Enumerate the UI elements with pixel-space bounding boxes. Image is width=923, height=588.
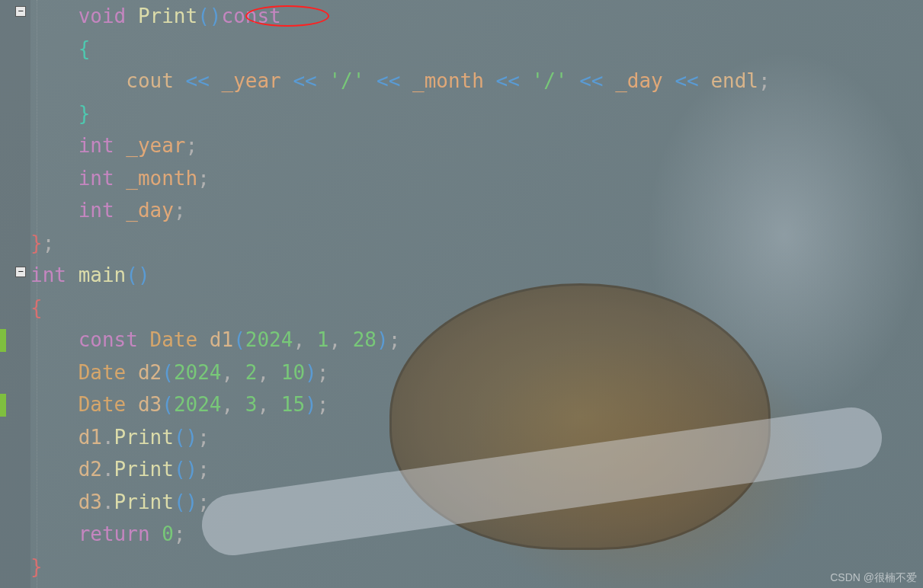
- code-token: ): [377, 328, 389, 351]
- code-token: (: [162, 393, 174, 416]
- code-token: int: [79, 134, 114, 157]
- code-token: [269, 361, 281, 384]
- code-token: 15: [281, 393, 305, 416]
- code-token: .: [102, 458, 114, 481]
- code-token: _day: [126, 199, 174, 222]
- code-token: (): [197, 5, 221, 27]
- code-token: main: [79, 264, 127, 286]
- code-token: <<: [186, 69, 210, 92]
- change-marker: [0, 394, 6, 417]
- code-line[interactable]: {: [30, 33, 923, 66]
- code-token: return: [79, 522, 150, 545]
- code-line[interactable]: cout << _year << '/' << _month << '/' <<…: [30, 65, 923, 97]
- code-token: _day: [615, 69, 663, 92]
- code-token: _month: [126, 167, 197, 190]
- code-line[interactable]: }: [30, 551, 923, 583]
- code-token: [663, 69, 675, 92]
- code-token: [233, 361, 245, 384]
- fold-toggle-icon[interactable]: −: [15, 6, 26, 17]
- code-token: [126, 393, 138, 416]
- code-editor[interactable]: void Print()const { cout << _year << '/'…: [30, 0, 923, 583]
- code-token: ,: [222, 361, 234, 384]
- code-token: (): [126, 264, 149, 286]
- code-line[interactable]: {: [30, 292, 923, 324]
- code-token: <<: [377, 69, 400, 92]
- code-token: [210, 69, 222, 92]
- code-token: }: [30, 555, 43, 578]
- watermark: CSDN @很楠不爱: [830, 571, 917, 585]
- code-token: 2: [245, 361, 258, 384]
- code-token: [30, 102, 79, 125]
- code-token: Date: [79, 393, 127, 416]
- code-token: (): [174, 458, 197, 481]
- code-token: ;: [174, 522, 186, 545]
- code-token: ;: [197, 167, 210, 190]
- code-token: [699, 69, 711, 92]
- code-token: [568, 69, 580, 92]
- code-token: [30, 426, 79, 449]
- code-token: [114, 199, 127, 222]
- code-token: _year: [126, 134, 185, 157]
- code-token: }: [79, 102, 91, 125]
- code-token: ;: [197, 426, 210, 449]
- code-token: (): [174, 426, 197, 449]
- code-token: [126, 5, 138, 27]
- code-line[interactable]: Date d3(2024, 3, 15);: [30, 388, 923, 421]
- code-token: Print: [138, 5, 197, 27]
- code-token: [520, 69, 532, 92]
- code-token: [30, 199, 79, 222]
- code-token: Print: [114, 426, 174, 449]
- code-token: [30, 522, 79, 545]
- code-token: ;: [317, 393, 329, 416]
- code-token: [126, 361, 138, 384]
- code-token: [66, 264, 79, 286]
- code-token: '/': [328, 69, 364, 92]
- code-token: 2024: [245, 328, 293, 351]
- code-token: int: [79, 167, 114, 190]
- code-token: [197, 328, 210, 351]
- code-token: _year: [221, 69, 280, 92]
- code-token: Date: [150, 328, 198, 351]
- code-line[interactable]: d2.Print();: [30, 453, 923, 486]
- code-line[interactable]: }: [30, 97, 923, 130]
- code-token: {: [30, 296, 43, 319]
- code-token: [30, 491, 79, 513]
- code-token: ;: [317, 361, 329, 384]
- code-token: <<: [579, 69, 603, 92]
- code-line[interactable]: d1.Print();: [30, 421, 923, 454]
- code-token: (): [174, 491, 197, 513]
- code-token: int: [30, 264, 66, 286]
- code-token: [341, 328, 353, 351]
- code-token: Date: [79, 361, 127, 384]
- code-token: }: [30, 232, 43, 254]
- code-line[interactable]: int _day;: [30, 194, 923, 227]
- code-token: [317, 69, 329, 92]
- code-line[interactable]: const Date d1(2024, 1, 28);: [30, 324, 923, 356]
- code-token: ;: [43, 232, 55, 254]
- code-token: [30, 5, 79, 27]
- code-line[interactable]: Date d2(2024, 2, 10);: [30, 356, 923, 389]
- code-token: <<: [496, 69, 520, 92]
- fold-toggle-icon[interactable]: −: [15, 267, 26, 277]
- code-line[interactable]: };: [30, 227, 923, 260]
- code-line[interactable]: int _year;: [30, 129, 923, 162]
- code-line[interactable]: int _month;: [30, 162, 923, 195]
- code-token: 28: [353, 328, 377, 351]
- code-token: const: [79, 328, 138, 351]
- code-line[interactable]: return 0;: [30, 518, 923, 551]
- code-token: [30, 361, 79, 384]
- code-token: ,: [328, 328, 341, 351]
- code-token: ;: [389, 328, 401, 351]
- code-token: ): [305, 393, 317, 416]
- code-token: const: [222, 5, 281, 27]
- code-token: d2: [138, 361, 162, 384]
- code-line[interactable]: void Print()const: [30, 0, 923, 33]
- code-line[interactable]: d3.Print();: [30, 486, 923, 519]
- code-token: (: [162, 361, 174, 384]
- code-token: (: [233, 328, 245, 351]
- code-line[interactable]: int main(): [30, 259, 923, 292]
- code-token: 2024: [174, 393, 222, 416]
- code-token: [233, 393, 245, 416]
- code-token: [364, 69, 377, 92]
- code-token: ,: [257, 393, 269, 416]
